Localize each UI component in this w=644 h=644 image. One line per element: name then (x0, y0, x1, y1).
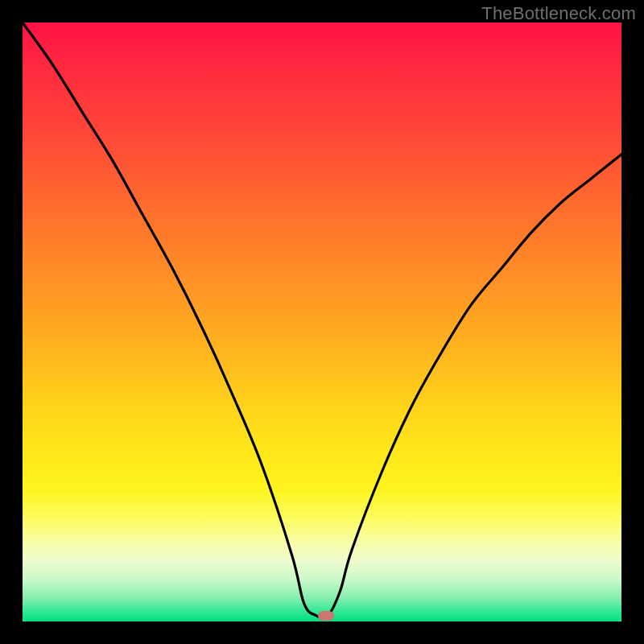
bottleneck-curve (23, 23, 621, 621)
chart-stage: TheBottleneck.com (0, 0, 644, 644)
watermark-text: TheBottleneck.com (481, 3, 636, 24)
plot-area (23, 23, 621, 621)
optimum-marker (318, 611, 334, 621)
